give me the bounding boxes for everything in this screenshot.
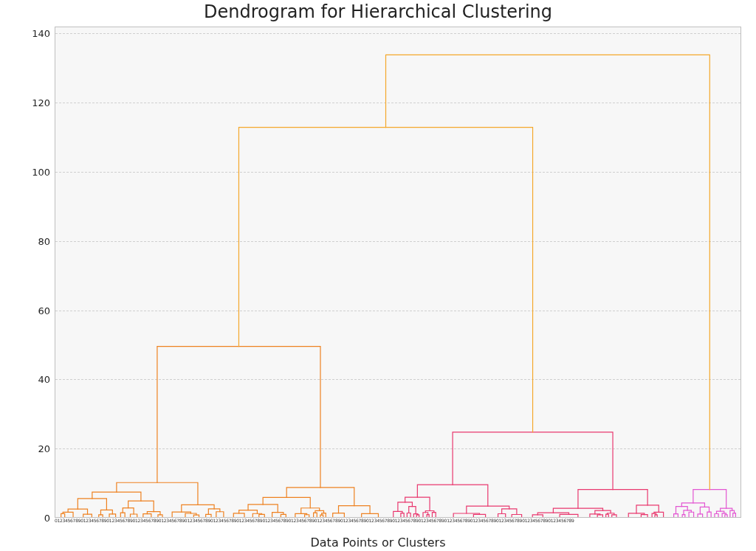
dendrogram-svg (55, 27, 740, 517)
y-tick-20: 20 (13, 443, 50, 454)
plot-area (55, 27, 741, 518)
y-tick-140: 140 (13, 28, 50, 39)
y-tick-80: 80 (13, 235, 50, 246)
x-axis-label: Data Points or Clusters (0, 536, 756, 550)
y-tick-40: 40 (13, 374, 50, 385)
y-tick-120: 120 (13, 97, 50, 108)
y-tick-0: 0 (13, 513, 50, 524)
chart-title: Dendrogram for Hierarchical Clustering (0, 1, 756, 22)
figure: Dendrogram for Hierarchical Clustering D… (0, 0, 756, 551)
y-tick-100: 100 (13, 167, 50, 178)
y-tick-60: 60 (13, 305, 50, 316)
x-tick-labels: 0123456789012345678901234567890123456789… (55, 518, 741, 528)
